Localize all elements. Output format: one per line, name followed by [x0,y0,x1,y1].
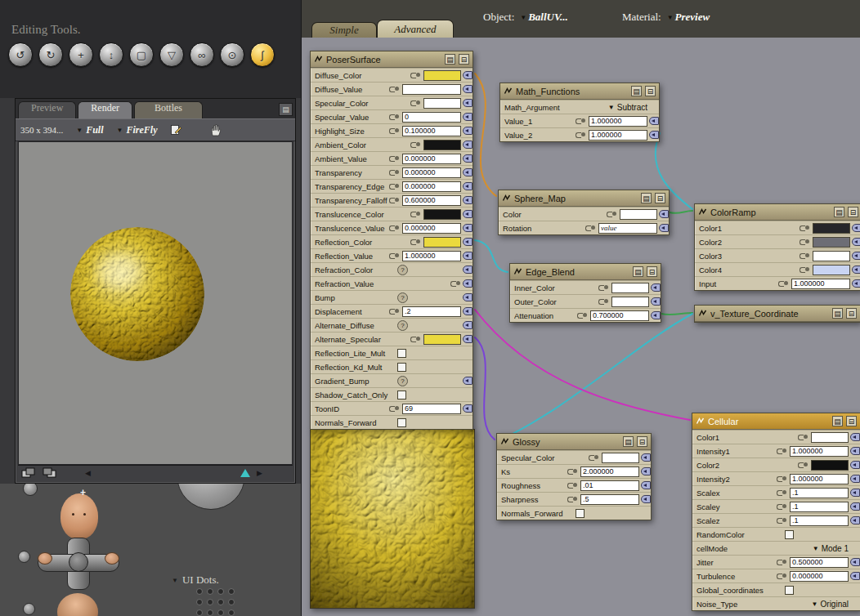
value-field[interactable]: 0.100000 [402,126,461,136]
color-swatch[interactable] [423,70,461,81]
trackball-control[interactable] [177,484,245,510]
checkbox[interactable] [397,391,406,400]
tab-advanced[interactable]: Advanced [377,20,454,38]
input-connector-icon[interactable] [850,461,860,469]
param-input[interactable]: Input1.000000 [695,276,860,290]
value-field[interactable]: 2.000000 [580,466,639,477]
color-swatch[interactable] [611,283,649,293]
param-alternate_specular[interactable]: Alternate_Specular [311,332,473,346]
value-field[interactable]: 0.000000 [790,571,849,582]
node-menu-icon[interactable]: ▤ [641,193,652,203]
input-connector-icon[interactable] [463,99,473,107]
input-connector-icon[interactable] [649,117,659,125]
param-ks[interactable]: Ks2.000000 [497,464,651,478]
node-collapse-icon[interactable]: ⊟ [846,416,857,426]
face-camera-control[interactable] [60,493,98,539]
node-color-ramp[interactable]: ColorRamp▤⊟Color1Color2Color3Color4Input… [694,203,860,291]
param-normals_forward[interactable]: Normals_Forward [311,415,473,429]
node-header[interactable]: Math_Functions▤⊟ [500,83,659,100]
param-reflection_lite_mult[interactable]: Reflection_Lite_Mult [311,346,473,359]
param-specular_color[interactable]: Specular_Color [497,450,651,464]
node-collapse-icon[interactable]: ⊟ [655,193,665,203]
param-turbulence[interactable]: Turbulence0.000000 [692,569,860,583]
input-connector-icon[interactable] [850,433,860,441]
tool-rotate-button[interactable]: ↺ [8,42,33,67]
node-header[interactable]: Cellular▤⊟ [692,413,860,430]
scroll-left-icon[interactable]: ◀ [85,469,91,477]
input-connector-icon[interactable] [463,238,473,246]
param-specular_color[interactable]: Specular_Color [311,96,473,109]
value-field[interactable] [402,84,461,95]
param-noise_type[interactable]: Noise_Type▼Original [692,596,860,610]
render-size-label[interactable]: 350 x 394... [20,125,63,135]
input-connector-icon[interactable] [850,558,860,566]
ui-dot[interactable] [196,599,203,605]
tab-preview[interactable]: Preview [18,101,76,118]
tool-color-button[interactable]: ∫ [250,42,275,67]
input-connector-icon[interactable] [463,113,473,121]
input-connector-icon[interactable] [463,293,473,301]
ui-dot[interactable] [207,588,213,595]
tool-translate-button[interactable]: + [69,42,93,67]
value-field[interactable]: 0.000000 [402,181,461,192]
input-connector-icon[interactable] [850,475,860,483]
input-connector-icon[interactable] [850,502,860,511]
ui-dot[interactable] [228,588,235,595]
input-connector-icon[interactable] [463,252,473,260]
param-attenuation[interactable]: Attenuation0.700000 [510,308,661,322]
color-swatch[interactable] [813,265,850,275]
input-connector-icon[interactable] [463,168,473,176]
node-sphere-map[interactable]: Sphere_Map▤⊟ColorRotationvalue [498,190,670,235]
node-collapse-icon[interactable]: ⊟ [637,436,647,447]
node-collapse-icon[interactable]: ⊟ [848,207,858,217]
node-header[interactable]: Glossy▤⊟ [497,434,651,450]
param-ambient_color[interactable]: Ambient_Color [311,137,473,151]
ui-dot[interactable] [217,609,224,616]
input-connector-icon[interactable] [850,516,860,524]
node-collapse-icon[interactable]: ⊟ [645,86,656,96]
param-color2[interactable]: Color2 [695,234,860,248]
input-connector-icon[interactable] [641,467,651,475]
tool-view-magnifier-button[interactable]: ⊙ [220,42,244,67]
dropdown-value[interactable]: Mode 1 [822,544,849,553]
timeline-marker[interactable] [240,469,250,477]
value-field[interactable]: 0.700000 [590,310,649,321]
node-menu-icon[interactable]: ▤ [834,207,844,217]
tab-bottles[interactable]: Bottles [134,101,203,118]
param-color1[interactable]: Color1 [695,221,860,234]
param-intensity1[interactable]: Intensity11.000000 [692,444,860,458]
input-connector-icon[interactable] [850,489,860,497]
value-field[interactable]: 0.600000 [402,195,461,206]
tool-chain-break-button[interactable]: ∞ [190,42,214,67]
ui-dot[interactable] [217,599,224,605]
value-field[interactable]: 1.000000 [791,279,850,289]
param-reflection_value[interactable]: Reflection_Value1.000000 [311,248,473,262]
ui-dot[interactable] [228,609,235,616]
value-field[interactable]: 1.000000 [589,130,647,141]
tool-scale-button[interactable]: ▢ [129,42,154,67]
tab-render[interactable]: Render [78,101,132,118]
node-collapse-icon[interactable]: ⊟ [647,266,657,277]
head-camera-control[interactable] [57,593,98,616]
input-connector-icon[interactable] [463,335,473,343]
input-connector-icon[interactable] [463,321,473,329]
scroll-right-icon[interactable]: ▶ [257,469,262,477]
color-swatch[interactable] [811,460,849,471]
param-math_argument[interactable]: Math_Argument▼Subtract [500,100,659,114]
tool-twist-button[interactable]: ↻ [38,42,63,67]
param-scalez[interactable]: Scalez.1 [692,513,860,527]
param-reflection_kd_mult[interactable]: Reflection_Kd_Mult [311,359,473,373]
tool-taper-button[interactable]: ▽ [159,42,184,67]
param-outer_color[interactable]: Outer_Color [510,294,661,308]
color-swatch[interactable] [813,237,850,248]
left-hand-camera-control[interactable] [38,552,52,565]
wire-diffuse-to-sphere-map[interactable] [475,74,496,196]
param-cellmode[interactable]: cellMode▼Mode 1 [692,541,860,555]
object-selector[interactable]: Object: ▼ BallUV... [483,11,568,24]
memory-dot[interactable] [23,603,35,615]
tool-translate-in-out-button[interactable]: ↕ [99,42,123,67]
input-connector-icon[interactable] [463,71,473,79]
param-translucence_value[interactable]: Translucence_Value0.000000 [311,221,473,234]
node-header[interactable]: v_Texture_Coordinate▤⊟ [695,306,860,322]
input-connector-icon[interactable] [852,279,860,288]
